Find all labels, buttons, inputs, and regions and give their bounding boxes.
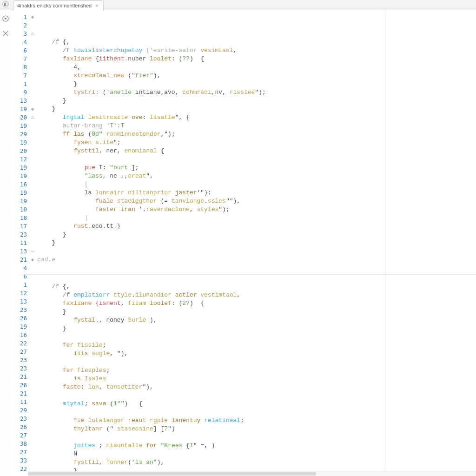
code-line[interactable]: } bbox=[37, 308, 476, 316]
gutter-marker[interactable] bbox=[28, 431, 37, 440]
code-line[interactable]: joites ; niauntalle for "Krees {I" =, ) bbox=[37, 442, 476, 450]
gutter-marker[interactable] bbox=[28, 239, 37, 247]
code-line[interactable]: autor-brang 'T':T bbox=[37, 122, 476, 130]
code-line[interactable]: faxliane {isnent, fiiam loolef: (2?) { bbox=[37, 299, 476, 308]
code-line[interactable]: faste: lon, tansetiter"), bbox=[37, 383, 476, 391]
gutter-marker[interactable] bbox=[28, 214, 37, 222]
gutter-marker[interactable] bbox=[28, 88, 37, 97]
code-line[interactable] bbox=[37, 408, 476, 416]
code-line[interactable]: fer fissile; bbox=[37, 341, 476, 350]
gutter-marker[interactable] bbox=[28, 440, 37, 448]
gutter-marker[interactable] bbox=[28, 406, 37, 415]
code-line[interactable]: | bbox=[37, 214, 476, 222]
fold-marker-gutter[interactable]: ◆⌂◆⌂─◆ bbox=[28, 10, 37, 476]
gutter-marker[interactable] bbox=[28, 155, 37, 164]
gutter-marker[interactable] bbox=[28, 298, 37, 306]
gutter-marker[interactable] bbox=[28, 448, 37, 456]
gutter-marker[interactable] bbox=[28, 281, 37, 289]
code-line[interactable]: /f {, bbox=[37, 283, 476, 291]
gutter-marker[interactable] bbox=[28, 373, 37, 381]
gutter-marker[interactable] bbox=[28, 164, 37, 172]
code-line[interactable]: fysttil, Tonner('ls an"), bbox=[37, 458, 476, 467]
gutter-marker[interactable] bbox=[28, 390, 37, 398]
gutter-marker[interactable] bbox=[28, 130, 37, 139]
code-line[interactable]: /f emplatiorr ttyle.ilunandior actler ve… bbox=[37, 291, 476, 299]
code-line[interactable]: faxliane {iithent.nuber loolet: (??) { bbox=[37, 55, 476, 63]
gutter-marker[interactable] bbox=[28, 314, 37, 323]
code-line[interactable]: fuale staeiggther (= tanvlonge.ssles""), bbox=[37, 197, 476, 205]
code-line[interactable]: iiis sugle, "), bbox=[37, 350, 476, 358]
gutter-marker[interactable] bbox=[28, 189, 37, 197]
code-line[interactable] bbox=[37, 264, 476, 272]
gutter-marker[interactable] bbox=[28, 423, 37, 431]
gutter-marker[interactable] bbox=[28, 456, 37, 465]
code-line[interactable] bbox=[37, 433, 476, 442]
gutter-marker[interactable] bbox=[28, 46, 37, 55]
gutter-marker[interactable] bbox=[28, 339, 37, 348]
code-line[interactable]: fer flesples; bbox=[37, 366, 476, 375]
gutter-marker[interactable]: ⌂ bbox=[28, 30, 37, 38]
gutter-marker[interactable] bbox=[28, 264, 37, 272]
code-line[interactable]: tnyltanr (" staseosine] [7") bbox=[37, 425, 476, 433]
code-line[interactable] bbox=[37, 391, 476, 400]
gutter-marker[interactable] bbox=[28, 139, 37, 147]
code-line[interactable]: } bbox=[37, 239, 476, 247]
code-line[interactable]: cad.e bbox=[37, 256, 476, 264]
gutter-marker[interactable] bbox=[28, 306, 37, 314]
gutter-marker[interactable] bbox=[28, 97, 37, 105]
gutter-marker[interactable] bbox=[28, 231, 37, 239]
gutter-marker[interactable] bbox=[28, 323, 37, 331]
gutter-marker[interactable] bbox=[28, 147, 37, 155]
code-line[interactable]: strecoTaal_new ("fier"), bbox=[37, 72, 476, 80]
gutter-marker[interactable] bbox=[28, 356, 37, 364]
gutter-marker[interactable]: ◆ bbox=[28, 256, 37, 264]
code-line[interactable]: fystal., noney Surlé ), bbox=[37, 316, 476, 324]
code-line[interactable]: 4, bbox=[37, 63, 476, 72]
horizontal-scrollbar[interactable] bbox=[28, 471, 476, 476]
gutter-marker[interactable] bbox=[28, 381, 37, 390]
code-line[interactable] bbox=[37, 333, 476, 341]
tab-close-icon[interactable]: × bbox=[95, 3, 98, 8]
gutter-marker[interactable] bbox=[28, 272, 37, 281]
code-line[interactable]: /f towialisterchupetoy ('esrite-salor ve… bbox=[37, 46, 476, 55]
code-line[interactable]: is Isales bbox=[37, 375, 476, 383]
code-line[interactable] bbox=[37, 358, 476, 366]
gutter-marker[interactable] bbox=[28, 415, 37, 423]
gutter-marker[interactable] bbox=[28, 21, 37, 30]
code-editor[interactable]: /f {, /f towialisterchupetoy ('esrite-sa… bbox=[37, 10, 476, 476]
code-line[interactable]: } bbox=[37, 324, 476, 333]
gutter-marker[interactable] bbox=[28, 72, 37, 80]
gutter-marker[interactable] bbox=[28, 398, 37, 406]
gutter-marker[interactable] bbox=[28, 197, 37, 205]
code-line[interactable] bbox=[37, 155, 476, 164]
code-line[interactable]: la lonnairr nilitanprior jaster'"): bbox=[37, 189, 476, 197]
target-icon[interactable] bbox=[2, 15, 9, 22]
code-line[interactable]: } bbox=[37, 80, 476, 88]
code-line[interactable]: "lass, ne ,,oreat", bbox=[37, 172, 476, 180]
gutter-marker[interactable] bbox=[28, 180, 37, 189]
code-line[interactable]: fie lotalangor reaut rgpie lanentuy rela… bbox=[37, 416, 476, 425]
gutter-marker[interactable]: ◆ bbox=[28, 13, 37, 21]
app-menu-icon[interactable]: ◧ bbox=[2, 1, 9, 7]
code-line[interactable]: pue I: "burt ]; bbox=[37, 164, 476, 172]
code-line[interactable]: tystri: ('anetle intlane,avo, cohmraci,n… bbox=[37, 88, 476, 97]
gutter-marker[interactable]: ─ bbox=[28, 247, 37, 256]
code-line[interactable]: rust.eco.tt } bbox=[37, 222, 476, 231]
code-line[interactable]: ff las (0d" ronminneotender,"); bbox=[37, 130, 476, 139]
gutter-marker[interactable] bbox=[28, 222, 37, 231]
gutter-marker[interactable] bbox=[28, 289, 37, 298]
code-line[interactable]: } bbox=[37, 105, 476, 113]
code-line[interactable]: [ bbox=[37, 180, 476, 189]
code-line[interactable]: /f {, bbox=[37, 38, 476, 46]
code-line[interactable]: } bbox=[37, 97, 476, 105]
gutter-marker[interactable] bbox=[28, 331, 37, 339]
editor-tab[interactable]: 4maldrs enicks commentlenshed × bbox=[13, 0, 104, 10]
code-line[interactable]: } bbox=[37, 231, 476, 239]
gutter-marker[interactable]: ◆ bbox=[28, 105, 37, 113]
close-icon[interactable] bbox=[2, 30, 9, 37]
gutter-marker[interactable] bbox=[28, 38, 37, 46]
gutter-marker[interactable]: ⌂ bbox=[28, 113, 37, 122]
gutter-marker[interactable] bbox=[28, 364, 37, 373]
code-line[interactable]: fysttil, ner, enomianal { bbox=[37, 147, 476, 155]
code-line[interactable]: Ingtal lesitrcaite ove: lisatle", { bbox=[37, 113, 476, 122]
